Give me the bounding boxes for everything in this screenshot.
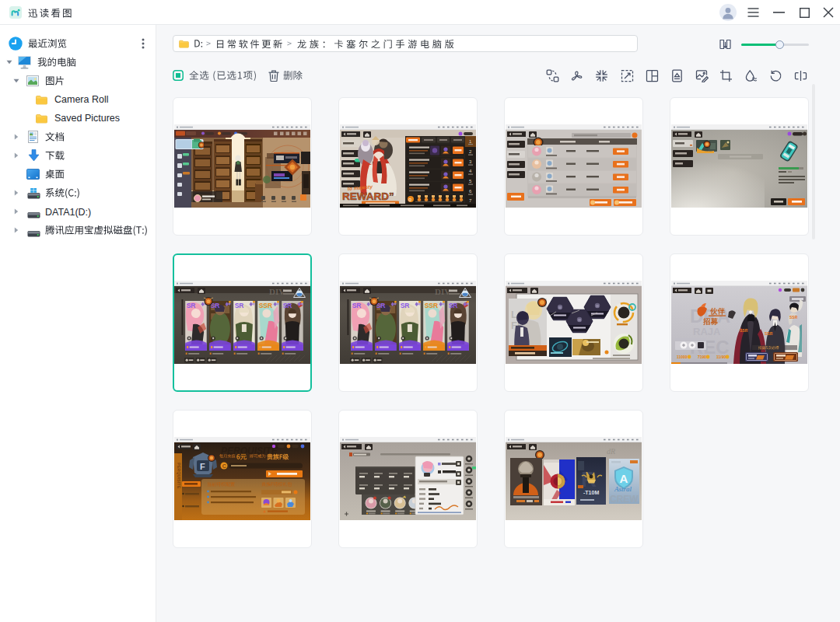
svg-text:REWARD”: REWARD” (342, 190, 394, 202)
svg-text:Astral: Astral (614, 485, 632, 493)
svg-text:A: A (620, 472, 628, 485)
svg-text:SR: SR (449, 302, 458, 309)
svg-text:CREW: CREW (610, 494, 639, 505)
svg-text:SSR: SSR (425, 302, 438, 309)
svg-text:11000: 11000 (677, 355, 688, 359)
svg-text:SSR: SSR (259, 302, 272, 309)
svg-text:11/90: 11/90 (716, 355, 726, 359)
svg-text:SR: SR (187, 302, 196, 309)
svg-text:SSR: SSR (765, 331, 773, 336)
svg-text:C: C (222, 463, 226, 469)
svg-text:DIV: DIV (435, 287, 450, 296)
svg-text:SR: SR (352, 302, 362, 309)
svg-text:SR: SR (235, 302, 244, 309)
svg-text:-T10M: -T10M (583, 490, 599, 495)
svg-text:PERQUISITE: PERQUISITE (177, 463, 181, 489)
svg-text:SSR: SSR (789, 315, 798, 320)
svg-text:dR: dR (607, 447, 615, 456)
svg-text:RAJA: RAJA (693, 326, 721, 337)
svg-text:7190: 7190 (698, 355, 706, 359)
svg-text:F: F (200, 462, 205, 471)
svg-text:SR: SR (401, 302, 410, 309)
svg-text:SR: SR (283, 302, 292, 309)
svg-text:SSR: SSR (740, 328, 748, 333)
svg-text:DIV: DIV (269, 287, 285, 296)
